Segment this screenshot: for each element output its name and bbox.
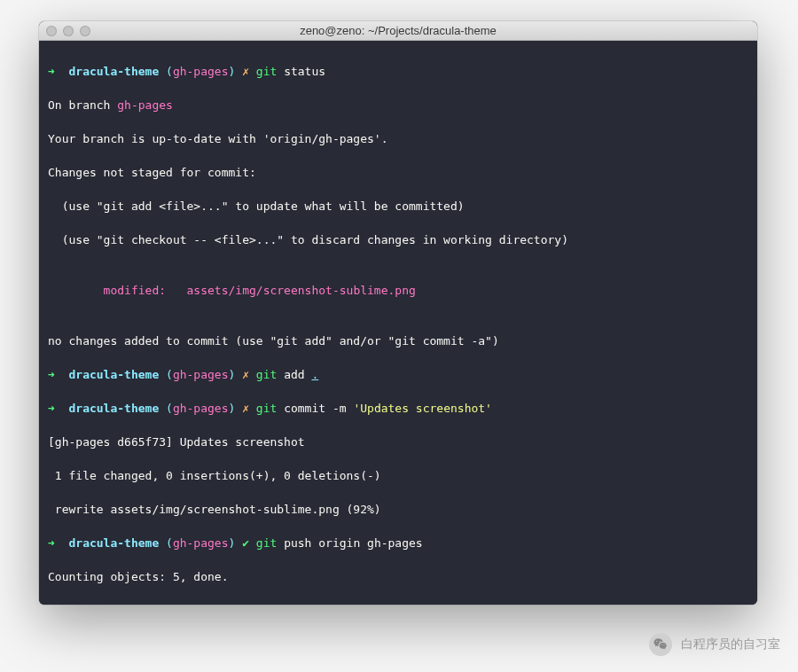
dirty-icon: ✗ xyxy=(242,65,249,78)
branch-paren-close: ) xyxy=(229,402,236,415)
output-line: Delta compression using up to 8 threads. xyxy=(48,602,748,605)
branch-paren-open: ( xyxy=(166,368,173,381)
output-line: 1 file changed, 0 insertions(+), 0 delet… xyxy=(48,467,748,484)
prompt-arrow-icon: ➜ xyxy=(48,65,55,78)
prompt-dir: dracula-theme xyxy=(68,536,159,550)
branch-paren-close: ) xyxy=(229,65,236,78)
prompt-arrow-icon: ➜ xyxy=(48,402,55,415)
zoom-icon[interactable] xyxy=(80,26,90,36)
output-line: On branch gh-pages xyxy=(48,97,748,113)
clean-icon: ✔ xyxy=(242,536,249,550)
cmd-args: push origin gh-pages xyxy=(277,536,422,550)
branch-name: gh-pages xyxy=(173,65,229,78)
traffic-lights xyxy=(46,26,90,36)
branch-name: gh-pages xyxy=(173,402,229,415)
output-text: On branch xyxy=(48,98,117,112)
modified-line: modified: assets/img/screenshot-sublime.… xyxy=(48,282,748,299)
branch-paren-close: ) xyxy=(229,368,236,381)
branch-name: gh-pages xyxy=(173,368,229,381)
prompt-arrow-icon: ➜ xyxy=(48,368,55,381)
branch-paren-close: ) xyxy=(229,536,236,550)
terminal-body[interactable]: ➜ dracula-theme (gh-pages) ✗ git status … xyxy=(39,41,757,605)
cmd-dot: . xyxy=(311,368,318,381)
output-line: Counting objects: 5, done. xyxy=(48,568,748,585)
output-line: (use "git checkout -- <file>..." to disc… xyxy=(48,231,748,248)
branch-ref: gh-pages xyxy=(117,98,173,112)
window-title: zeno@zeno: ~/Projects/dracula-theme xyxy=(39,24,757,37)
cmd-string: 'Updates screenshot' xyxy=(353,402,492,415)
output-line: rewrite assets/img/screenshot-sublime.pn… xyxy=(48,501,748,518)
watermark-text: 白程序员的自习室 xyxy=(681,637,780,652)
output-line: no changes added to commit (use "git add… xyxy=(48,332,748,349)
cmd-git: git xyxy=(256,65,277,78)
output-line: [gh-pages d665f73] Updates screenshot xyxy=(48,434,748,450)
cmd-git: git xyxy=(256,402,277,415)
cmd-git: git xyxy=(256,536,277,550)
prompt-line: ➜ dracula-theme (gh-pages) ✗ git commit … xyxy=(48,400,748,417)
prompt-arrow-icon: ➜ xyxy=(48,536,55,550)
prompt-line: ➜ dracula-theme (gh-pages) ✗ git add . xyxy=(48,366,748,383)
prompt-dir: dracula-theme xyxy=(68,65,159,78)
branch-paren-open: ( xyxy=(166,536,173,550)
branch-paren-open: ( xyxy=(166,402,173,415)
branch-paren-open: ( xyxy=(166,65,173,78)
cmd-git: git xyxy=(256,368,277,381)
output-line: Changes not staged for commit: xyxy=(48,164,748,181)
cmd-args: commit -m xyxy=(277,402,353,415)
modified-file: assets/img/screenshot-sublime.png xyxy=(187,284,416,297)
output-line: Your branch is up-to-date with 'origin/g… xyxy=(48,130,748,147)
prompt-line: ➜ dracula-theme (gh-pages) ✗ git status xyxy=(48,63,748,80)
window-titlebar: zeno@zeno: ~/Projects/dracula-theme xyxy=(39,21,757,41)
dirty-icon: ✗ xyxy=(242,402,249,415)
terminal-window: zeno@zeno: ~/Projects/dracula-theme ➜ dr… xyxy=(39,21,757,605)
wechat-icon xyxy=(649,633,672,656)
output-line: (use "git add <file>..." to update what … xyxy=(48,198,748,215)
cmd-args: add xyxy=(277,368,311,381)
branch-name: gh-pages xyxy=(173,536,229,550)
dirty-icon: ✗ xyxy=(242,368,249,381)
close-icon[interactable] xyxy=(46,26,57,36)
cmd-args: status xyxy=(277,65,325,78)
watermark: 白程序员的自习室 xyxy=(649,633,780,656)
prompt-line: ➜ dracula-theme (gh-pages) ✔ git push or… xyxy=(48,535,748,551)
minimize-icon[interactable] xyxy=(63,26,74,36)
prompt-dir: dracula-theme xyxy=(68,402,159,415)
modified-label: modified: xyxy=(48,284,187,297)
prompt-dir: dracula-theme xyxy=(68,368,159,381)
